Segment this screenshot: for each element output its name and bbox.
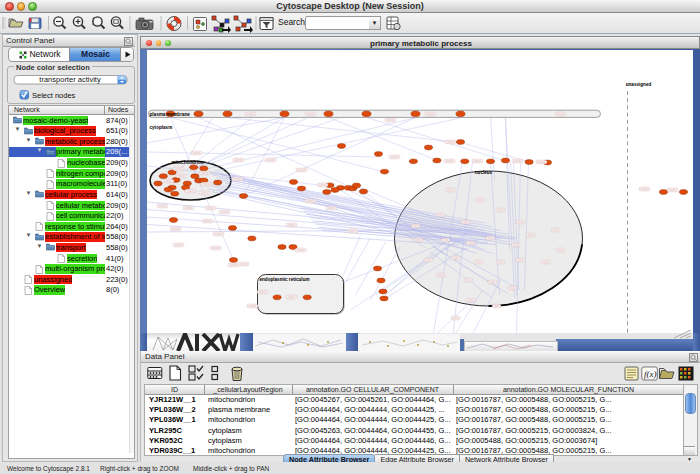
svg-text:cytoplasm: cytoplasm: [149, 125, 172, 130]
svg-text:f(x): f(x): [644, 369, 657, 379]
svg-text:mitochondrion: mitochondrion: [171, 160, 203, 165]
svg-text:plasma membrane: plasma membrane: [149, 112, 190, 117]
svg-text:endoplasmic reticulum: endoplasmic reticulum: [259, 277, 309, 282]
svg-text:nucleus: nucleus: [474, 170, 492, 175]
svg-text:unassigned: unassigned: [625, 82, 651, 87]
